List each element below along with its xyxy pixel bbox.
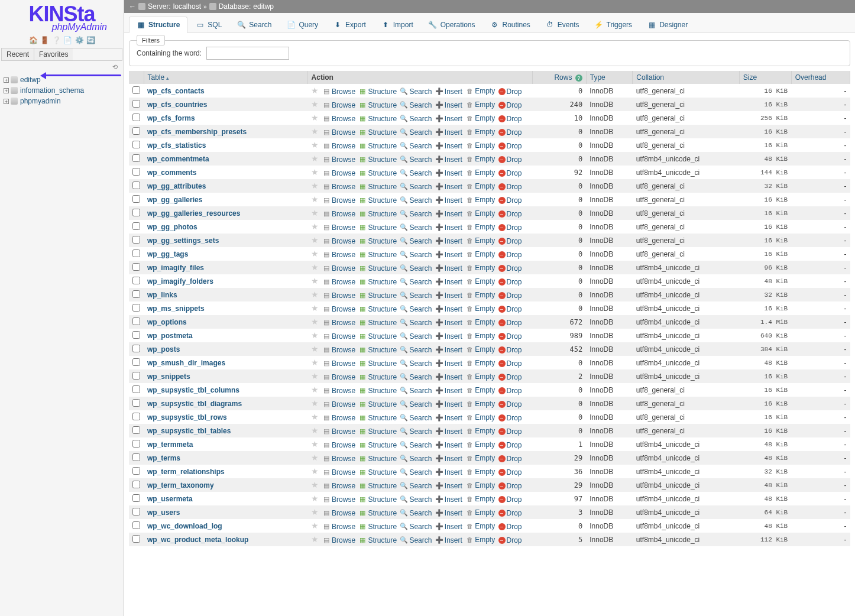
- table-name-link[interactable]: wp_links: [147, 291, 177, 299]
- action-search[interactable]: 🔍Search: [400, 509, 432, 517]
- action-drop[interactable]: – Drop: [498, 115, 522, 123]
- action-empty[interactable]: 🗑Empty: [465, 114, 495, 122]
- action-empty[interactable]: 🗑Empty: [465, 332, 495, 340]
- table-name-link[interactable]: wp_supsystic_tbl_columns: [147, 386, 239, 394]
- tab-structure[interactable]: ▦Structure: [129, 17, 187, 33]
- row-checkbox[interactable]: [132, 141, 140, 148]
- action-empty[interactable]: 🗑Empty: [465, 209, 495, 218]
- row-checkbox[interactable]: [132, 440, 140, 448]
- action-search[interactable]: 🔍Search: [400, 468, 432, 476]
- row-checkbox[interactable]: [132, 154, 140, 162]
- action-search[interactable]: 🔍Search: [400, 101, 432, 109]
- favorite-star-icon[interactable]: [311, 235, 319, 245]
- header-rows[interactable]: Rows ?: [532, 71, 586, 84]
- favorite-star-icon[interactable]: [311, 358, 319, 367]
- action-empty[interactable]: 🗑Empty: [465, 440, 495, 449]
- favorite-star-icon[interactable]: [311, 140, 319, 150]
- action-drop[interactable]: – Drop: [498, 509, 522, 517]
- row-checkbox[interactable]: [132, 426, 140, 434]
- action-insert[interactable]: ➕Insert: [435, 427, 462, 436]
- action-search[interactable]: 🔍Search: [400, 482, 432, 490]
- action-drop[interactable]: – Drop: [498, 427, 522, 436]
- action-drop[interactable]: – Drop: [498, 278, 522, 286]
- favorite-star-icon[interactable]: [311, 290, 319, 299]
- table-name-link[interactable]: wp_users: [147, 508, 180, 517]
- favorite-star-icon[interactable]: [311, 99, 319, 109]
- favorite-star-icon[interactable]: [311, 466, 319, 476]
- table-name-link[interactable]: wp_cfs_membership_presets: [147, 128, 247, 136]
- action-browse[interactable]: ▤Browse: [322, 128, 355, 137]
- action-empty[interactable]: 🗑Empty: [465, 468, 495, 476]
- header-type[interactable]: Type: [586, 71, 633, 84]
- action-empty[interactable]: 🗑Empty: [465, 100, 495, 109]
- action-insert[interactable]: ➕Insert: [435, 278, 462, 286]
- tab-export[interactable]: ⬇Export: [326, 17, 373, 33]
- action-insert[interactable]: ➕Insert: [435, 251, 462, 259]
- action-insert[interactable]: ➕Insert: [435, 305, 462, 313]
- table-name-link[interactable]: wp_wc_download_log: [147, 522, 222, 530]
- action-structure[interactable]: ▦Structure: [358, 142, 397, 150]
- row-checkbox[interactable]: [132, 494, 140, 502]
- tab-sql[interactable]: ▭SQL: [189, 17, 229, 33]
- nav-favorites[interactable]: Favorites: [34, 48, 73, 60]
- tab-import[interactable]: ⬆Import: [374, 17, 420, 33]
- action-insert[interactable]: ➕Insert: [435, 142, 462, 150]
- action-drop[interactable]: – Drop: [498, 346, 522, 354]
- action-empty[interactable]: 🗑Empty: [465, 536, 495, 544]
- action-structure[interactable]: ▦Structure: [358, 346, 397, 354]
- action-drop[interactable]: – Drop: [498, 291, 522, 300]
- action-drop[interactable]: – Drop: [498, 482, 522, 490]
- tab-operations[interactable]: 🔧Operations: [422, 17, 482, 33]
- action-search[interactable]: 🔍Search: [400, 346, 432, 354]
- action-browse[interactable]: ▤Browse: [322, 278, 355, 286]
- action-drop[interactable]: – Drop: [498, 210, 522, 218]
- expand-icon[interactable]: +: [4, 77, 9, 83]
- action-browse[interactable]: ▤Browse: [322, 482, 355, 490]
- home-icon[interactable]: 🏠: [29, 36, 37, 44]
- action-search[interactable]: 🔍Search: [400, 536, 432, 544]
- table-name-link[interactable]: wp_snippets: [147, 372, 190, 381]
- action-search[interactable]: 🔍Search: [400, 210, 432, 218]
- action-insert[interactable]: ➕Insert: [435, 264, 462, 273]
- action-empty[interactable]: 🗑Empty: [465, 413, 495, 422]
- favorite-star-icon[interactable]: [311, 494, 319, 503]
- tree-db-link[interactable]: editwp: [20, 76, 41, 84]
- action-empty[interactable]: 🗑Empty: [465, 182, 495, 190]
- favorite-star-icon[interactable]: [311, 113, 319, 122]
- action-structure[interactable]: ▦Structure: [358, 373, 397, 381]
- action-drop[interactable]: – Drop: [498, 319, 522, 327]
- action-drop[interactable]: – Drop: [498, 455, 522, 463]
- action-drop[interactable]: – Drop: [498, 87, 522, 96]
- tab-events[interactable]: ⏱Events: [539, 17, 587, 33]
- action-drop[interactable]: – Drop: [498, 495, 522, 504]
- help-icon[interactable]: ❔: [52, 36, 60, 44]
- action-search[interactable]: 🔍Search: [400, 155, 432, 164]
- favorite-star-icon[interactable]: [311, 412, 319, 422]
- table-name-link[interactable]: wp_usermeta: [147, 495, 193, 503]
- action-drop[interactable]: – Drop: [498, 468, 522, 476]
- action-structure[interactable]: ▦Structure: [358, 196, 397, 205]
- row-checkbox[interactable]: [132, 114, 140, 121]
- action-structure[interactable]: ▦Structure: [358, 155, 397, 164]
- table-name-link[interactable]: wp_termmeta: [147, 440, 193, 449]
- action-insert[interactable]: ➕Insert: [435, 332, 462, 341]
- action-structure[interactable]: ▦Structure: [358, 455, 397, 463]
- action-insert[interactable]: ➕Insert: [435, 319, 462, 327]
- favorite-star-icon[interactable]: [311, 222, 319, 231]
- action-browse[interactable]: ▤Browse: [322, 332, 355, 341]
- action-structure[interactable]: ▦Structure: [358, 427, 397, 436]
- table-name-link[interactable]: wp_imagify_folders: [147, 277, 213, 286]
- action-empty[interactable]: 🗑Empty: [465, 304, 495, 313]
- action-structure[interactable]: ▦Structure: [358, 536, 397, 544]
- action-search[interactable]: 🔍Search: [400, 87, 432, 96]
- reload-icon[interactable]: 🔄: [86, 36, 95, 44]
- action-drop[interactable]: – Drop: [498, 414, 522, 422]
- header-collation[interactable]: Collation: [633, 71, 739, 84]
- favorite-star-icon[interactable]: [311, 344, 319, 354]
- favorite-star-icon[interactable]: [311, 453, 319, 462]
- action-structure[interactable]: ▦Structure: [358, 278, 397, 286]
- action-browse[interactable]: ▤Browse: [322, 346, 355, 354]
- table-name-link[interactable]: wp_postmeta: [147, 332, 193, 340]
- filter-input[interactable]: [206, 47, 289, 60]
- action-search[interactable]: 🔍Search: [400, 183, 432, 191]
